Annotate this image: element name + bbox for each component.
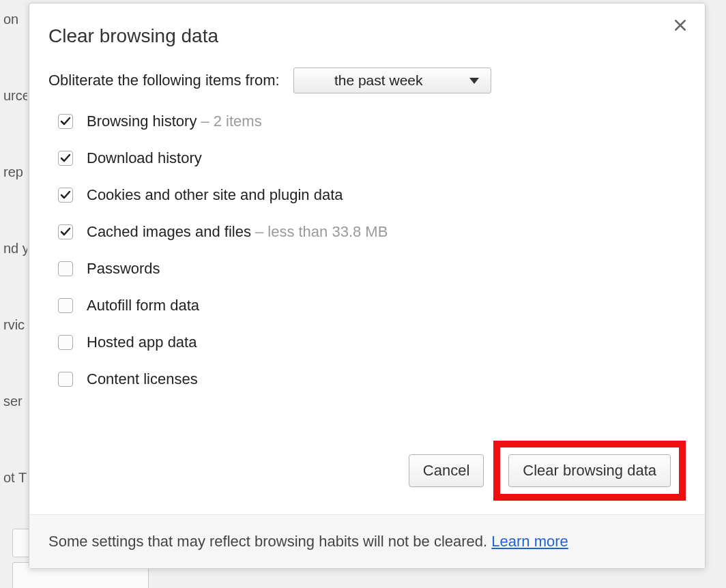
option-row: Download history [58,149,686,167]
time-range-select[interactable]: the past week [293,68,491,93]
dialog-footer: Some settings that may reflect browsing … [29,514,705,568]
option-checkbox[interactable] [58,188,73,203]
option-label: Cookies and other site and plugin data [87,186,343,204]
clear-browsing-data-button[interactable]: Clear browsing data [508,454,671,487]
checkmark-icon [60,153,71,164]
option-row: Browsing history – 2 items [58,113,686,130]
dialog-body: Obliterate the following items from: the… [29,55,705,441]
learn-more-link[interactable]: Learn more [491,533,568,550]
option-checkbox[interactable] [58,224,73,239]
option-label: Cached images and files [87,223,251,241]
option-label: Content licenses [87,370,198,388]
highlight-annotation: Clear browsing data [493,441,686,501]
option-checkbox[interactable] [58,261,73,276]
dialog-title: Clear browsing data [48,25,686,47]
time-range-row: Obliterate the following items from: the… [48,68,686,93]
option-checkbox[interactable] [58,151,73,166]
option-extra: – 2 items [201,113,261,130]
close-icon [674,19,686,34]
option-label: Hosted app data [87,334,197,351]
option-row: Passwords [58,260,686,278]
checkmark-icon [60,226,71,237]
clear-browsing-data-dialog: Clear browsing data Obliterate the follo… [29,3,706,569]
cancel-button[interactable]: Cancel [409,454,484,487]
option-row: Cached images and files – less than 33.8… [58,223,686,241]
option-row: Cookies and other site and plugin data [58,186,686,204]
dialog-header: Clear browsing data [29,3,705,55]
checkmark-icon [60,190,71,201]
footer-text: Some settings that may reflect browsing … [48,533,491,550]
option-label: Passwords [87,260,160,278]
background-text-fragment: on urce rep nd y rvic ser ot T orm l to … [0,0,27,588]
option-row: Hosted app data [58,334,686,351]
option-row: Autofill form data [58,297,686,314]
option-label: Download history [87,149,202,167]
option-label: Browsing history [87,113,197,130]
options-list: Browsing history – 2 itemsDownload histo… [48,113,686,388]
option-checkbox[interactable] [58,335,73,350]
option-extra: – less than 33.8 MB [255,223,388,241]
time-range-label: Obliterate the following items from: [48,72,280,89]
option-checkbox[interactable] [58,372,73,387]
option-checkbox[interactable] [58,114,73,129]
checkmark-icon [60,116,71,127]
close-button[interactable] [669,16,691,38]
option-label: Autofill form data [87,297,199,314]
dialog-button-row: Cancel Clear browsing data [29,441,705,514]
option-checkbox[interactable] [58,298,73,313]
option-row: Content licenses [58,370,686,388]
